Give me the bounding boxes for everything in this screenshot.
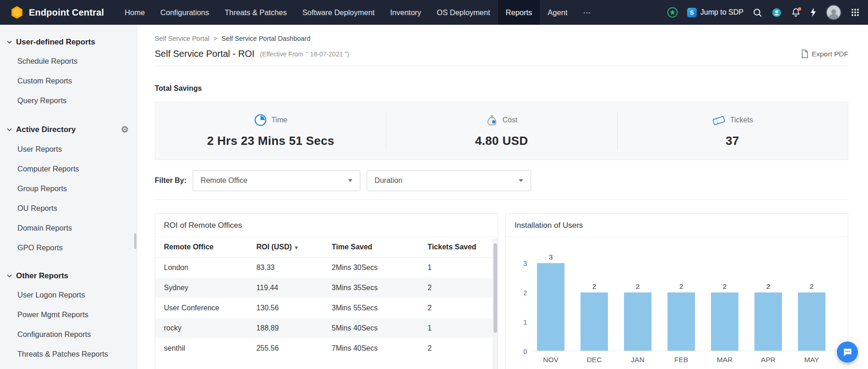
table-row[interactable]: senthil255.567Mins 40Secs2 — [155, 338, 498, 358]
search-icon[interactable] — [753, 8, 762, 17]
bar[interactable] — [711, 292, 738, 351]
sidebar-item-gpo-reports[interactable]: GPO Reports — [0, 238, 137, 258]
y-tick-label: 2 — [523, 289, 527, 297]
sidebar-sections: User-defined ReportsSchedule ReportsCust… — [0, 33, 137, 364]
notification-bell-icon[interactable] — [791, 8, 801, 17]
cost-saved-value: 4.80USD — [475, 134, 528, 148]
column-header-remote-office[interactable]: Remote Office — [155, 237, 248, 258]
apps-grid-icon[interactable] — [851, 8, 860, 17]
cost-currency: USD — [503, 134, 528, 148]
table-scrollbar-thumb[interactable] — [494, 243, 497, 333]
column-header-roi-usd[interactable]: ROI (USD)▾ — [248, 237, 323, 258]
table-cell: 2 — [419, 298, 498, 318]
sidebar-item-user-logon-reports[interactable]: User Logon Reports — [0, 285, 137, 305]
sidebar-item-configuration-reports[interactable]: Configuration Reports — [0, 325, 137, 344]
nav-item-os-deployment[interactable]: OS Deployment — [429, 0, 498, 25]
quick-actions-bolt-icon[interactable] — [810, 8, 817, 17]
cards-row: ROI of Remote Offices Remote OfficeROI (… — [155, 213, 848, 369]
roi-table-card: ROI of Remote Offices Remote OfficeROI (… — [155, 213, 498, 369]
table-cell: 3Mins 35Secs — [323, 278, 419, 298]
bar-value-label: 2 — [679, 282, 684, 291]
sidebar-section-header-other-reports[interactable]: Other Reports — [0, 267, 137, 285]
table-cell: 83.33 — [248, 258, 323, 278]
nav-item-threats-patches[interactable]: Threats & Patches — [217, 0, 295, 25]
roi-table-title: ROI of Remote Offices — [155, 214, 498, 237]
bar-group-dec: 2DEC — [580, 282, 608, 367]
nav-item-inventory[interactable]: Inventory — [382, 0, 429, 25]
sidebar-item-schedule-reports[interactable]: Schedule Reports — [0, 51, 137, 71]
sidebar-item-query-reports[interactable]: Query Reports — [0, 91, 137, 110]
bar-value-label: 2 — [636, 282, 640, 291]
nav-item-software-deployment[interactable]: Software Deployment — [294, 0, 382, 25]
x-tick-label: DEC — [587, 356, 602, 367]
star-badge-icon[interactable] — [667, 7, 678, 18]
sidebar-section-header-user-defined-reports[interactable]: User-defined Reports — [0, 33, 137, 51]
sidebar-item-computer-reports[interactable]: Computer Reports — [0, 159, 137, 179]
bar[interactable] — [667, 292, 695, 351]
nav-item-agent[interactable]: Agent — [540, 0, 575, 25]
export-pdf-button[interactable]: Export PDF — [801, 50, 848, 58]
table-cell: 1 — [419, 258, 498, 278]
bar-value-label: 2 — [592, 282, 597, 291]
breadcrumb: Self Service Portal > Self Service Porta… — [155, 35, 848, 42]
table-cell: 2 — [419, 278, 498, 298]
column-header-tickets-saved[interactable]: Tickets Saved — [419, 237, 498, 258]
sidebar-section-header-active-directory[interactable]: Active Directory⚙ — [0, 120, 137, 139]
export-pdf-label: Export PDF — [812, 50, 848, 58]
nav-item-more[interactable]: ⋯ — [575, 0, 598, 25]
nav-item-home[interactable]: Home — [117, 0, 152, 25]
table-cell: 2Mins 30Secs — [323, 258, 419, 278]
chevron-down-icon — [7, 128, 12, 132]
bar-value-label: 2 — [723, 282, 727, 291]
jump-to-sdp-button[interactable]: S Jump to SDP — [687, 8, 743, 17]
topbar-actions: S Jump to SDP — [667, 0, 868, 25]
sidebar-item-power-mgmt-reports[interactable]: Power Mgmt Reports — [0, 305, 137, 325]
table-row[interactable]: London83.332Mins 30Secs1 — [155, 258, 498, 278]
sidebar-item-ou-reports[interactable]: OU Reports — [0, 198, 137, 218]
sidebar-section-title: Other Reports — [16, 271, 68, 281]
column-header-time-saved[interactable]: Time Saved — [323, 237, 419, 258]
table-cell: 2 — [419, 338, 498, 358]
sort-desc-icon[interactable]: ▾ — [295, 244, 298, 251]
breadcrumb-parent[interactable]: Self Service Portal — [155, 35, 209, 42]
effective-from-prefix: (Effective From — [260, 50, 304, 58]
gear-icon[interactable]: ⚙ — [121, 124, 129, 135]
table-cell: 119.44 — [248, 278, 323, 298]
table-row[interactable]: Sydney119.443Mins 35Secs2 — [155, 278, 498, 298]
assistant-icon[interactable] — [771, 7, 782, 18]
table-cell: 3Mins 55Secs — [323, 298, 419, 318]
duration-dropdown[interactable]: Duration — [367, 170, 531, 191]
sidebar-item-group-reports[interactable]: Group Reports — [0, 179, 137, 198]
table-row[interactable]: User Conference130.563Mins 55Secs2 — [155, 298, 498, 318]
user-avatar[interactable] — [826, 5, 841, 20]
installation-chart-card: Installation of Users 0123 3NOV2DEC2JAN2… — [505, 213, 848, 369]
sidebar-item-domain-reports[interactable]: Domain Reports — [0, 218, 137, 238]
sidebar-scrollbar-thumb[interactable] — [134, 233, 136, 249]
brand[interactable]: Endpoint Central — [0, 0, 117, 25]
bar[interactable] — [754, 292, 782, 351]
bar[interactable] — [624, 292, 651, 351]
savings-time-column: Time 2 Hrs 23 Mins 51 Secs — [155, 102, 386, 160]
chat-bubble-icon — [842, 347, 853, 358]
sidebar-item-custom-reports[interactable]: Custom Reports — [0, 71, 137, 91]
sidebar-section-title: User-defined Reports — [16, 38, 95, 47]
y-tick-label: 0 — [523, 348, 527, 355]
bar-value-label: 3 — [549, 253, 553, 261]
table-cell: 5Mins 40Secs — [323, 318, 419, 338]
table-cell: 1 — [419, 318, 498, 338]
x-tick-label: JAN — [631, 356, 644, 367]
table-cell: Sydney — [155, 278, 248, 298]
nav-item-reports[interactable]: Reports — [498, 0, 540, 25]
bar-group-feb: 2FEB — [667, 282, 695, 367]
table-scrollbar-track[interactable] — [493, 238, 498, 369]
nav-item-configurations[interactable]: Configurations — [152, 0, 217, 25]
sidebar-item-user-reports[interactable]: User Reports — [0, 139, 137, 159]
chat-fab-button[interactable] — [837, 341, 858, 363]
table-row[interactable]: rocky188.895Mins 40Secs1 — [155, 318, 498, 338]
remote-office-dropdown[interactable]: Remote Office — [193, 170, 360, 191]
money-bag-icon — [486, 114, 498, 127]
bar[interactable] — [798, 292, 825, 351]
sidebar-item-threats-patches-reports[interactable]: Threats & Patches Reports — [0, 344, 137, 364]
bar[interactable] — [537, 263, 564, 351]
bar[interactable] — [580, 292, 608, 351]
